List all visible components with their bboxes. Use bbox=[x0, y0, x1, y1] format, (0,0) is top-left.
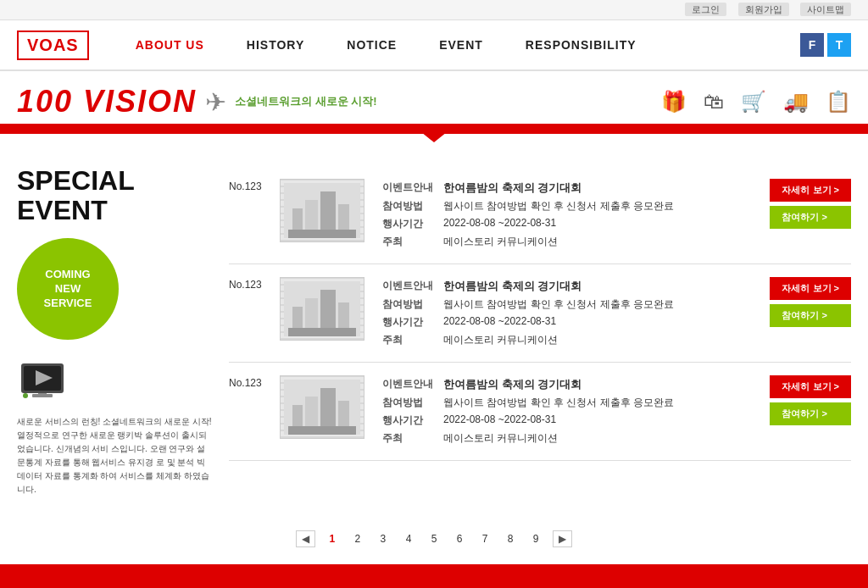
nav-about-us[interactable]: ABOUT US bbox=[114, 38, 225, 52]
login-link[interactable]: 로그인 bbox=[685, 3, 726, 16]
special-event-title: SPECIAL EVENT bbox=[17, 166, 212, 225]
banner-left: 100 VISION ✈ 소셜네트워크의 새로운 시작! bbox=[17, 84, 377, 119]
next-page[interactable]: ▶ bbox=[553, 530, 572, 547]
event-thumbnail bbox=[280, 375, 364, 439]
social-icons: F T bbox=[800, 33, 851, 57]
detail-button[interactable]: 자세히 보기 > bbox=[770, 375, 851, 398]
event-details: 이벤트안내 한여름밤의 축제의 경기대회 참여방법 웹사이트 참여방법 확인 후… bbox=[377, 277, 757, 349]
page-9[interactable]: 9 bbox=[527, 530, 545, 547]
red-bar bbox=[0, 124, 868, 134]
page-4[interactable]: 4 bbox=[400, 530, 418, 547]
svg-rect-11 bbox=[288, 230, 356, 238]
nav-event[interactable]: EVENT bbox=[418, 38, 504, 52]
prev-page[interactable]: ◀ bbox=[296, 530, 315, 547]
svg-rect-23 bbox=[288, 426, 356, 435]
event-number: No.123 bbox=[229, 179, 267, 192]
bottom-red-bar bbox=[0, 564, 868, 588]
event-list: No.123 이벤트안내 한여름밤 bbox=[229, 166, 851, 496]
svg-rect-4 bbox=[38, 393, 47, 395]
banner-area: 100 VISION ✈ 소셜네트워크의 새로운 시작! 🎁 🛍 🛒 🚚 📋 bbox=[0, 71, 868, 124]
left-description: 새로운 서비스의 런칭! 소셜네트워크의 새로운 시작! 열정적으로 연구한 새… bbox=[17, 415, 212, 496]
event-item: No.123 이벤트안내 한여름밤 bbox=[229, 264, 851, 363]
bag-icon: 🛍 bbox=[704, 90, 724, 114]
nav-responsibility[interactable]: RESPONSIBILITY bbox=[504, 38, 658, 52]
event-thumbnail bbox=[280, 179, 364, 242]
event-thumbnail bbox=[280, 277, 364, 341]
facebook-button[interactable]: F bbox=[800, 33, 824, 57]
banner-title: 100 VISION bbox=[17, 84, 197, 119]
page-8[interactable]: 8 bbox=[502, 530, 520, 547]
main-content: SPECIAL EVENT COMING NEW SERVICE 새로운 서비스… bbox=[0, 149, 868, 513]
detail-button[interactable]: 자세히 보기 > bbox=[770, 179, 851, 202]
gift-icon: 🎁 bbox=[661, 90, 687, 114]
tv-icon bbox=[17, 357, 212, 407]
event-details: 이벤트안내 한여름밤의 축제의 경기대회 참여방법 웹사이트 참여방법 확인 후… bbox=[377, 179, 757, 251]
event-actions: 자세히 보기 > 참여하기 > bbox=[770, 179, 851, 229]
page-5[interactable]: 5 bbox=[426, 530, 443, 547]
pagination: ◀ 1 2 3 4 5 6 7 8 9 ▶ bbox=[0, 513, 868, 564]
twitter-button[interactable]: T bbox=[827, 33, 851, 57]
event-actions: 자세히 보기 > 참여하기 > bbox=[770, 277, 851, 327]
event-actions: 자세히 보기 > 참여하기 > bbox=[770, 375, 851, 425]
detail-button[interactable]: 자세히 보기 > bbox=[770, 277, 851, 300]
logo[interactable]: VOAS bbox=[17, 31, 89, 60]
participate-button[interactable]: 참여하기 > bbox=[770, 206, 851, 229]
register-link[interactable]: 회원가입 bbox=[738, 3, 789, 16]
page-2[interactable]: 2 bbox=[349, 530, 367, 547]
event-details: 이벤트안내 한여름밤의 축제의 경기대회 참여방법 웹사이트 참여방법 확인 후… bbox=[377, 375, 757, 447]
cart-icon: 🛒 bbox=[741, 90, 766, 114]
page-3[interactable]: 3 bbox=[375, 530, 392, 547]
top-bar: 로그인 회원가입 사이트맵 bbox=[0, 0, 868, 20]
page-6[interactable]: 6 bbox=[451, 530, 469, 547]
event-item: No.123 이벤트안내 한여름밤 bbox=[229, 363, 851, 461]
banner-icons: 🎁 🛍 🛒 🚚 📋 bbox=[661, 90, 851, 114]
svg-rect-17 bbox=[288, 328, 356, 336]
svg-point-5 bbox=[23, 393, 28, 398]
document-icon: 📋 bbox=[826, 90, 851, 114]
truck-icon: 🚚 bbox=[783, 90, 809, 114]
page-1[interactable]: 1 bbox=[324, 530, 342, 547]
page-7[interactable]: 7 bbox=[476, 530, 494, 547]
coming-circle: COMING NEW SERVICE bbox=[17, 238, 119, 340]
event-item: No.123 이벤트안내 한여름밤 bbox=[229, 166, 851, 264]
banner-subtitle: 소셜네트워크의 새로운 시작! bbox=[235, 94, 377, 109]
nav-history[interactable]: HISTORY bbox=[225, 38, 326, 52]
event-number: No.123 bbox=[229, 375, 267, 389]
participate-button[interactable]: 참여하기 > bbox=[770, 304, 851, 327]
nav-notice[interactable]: NOTICE bbox=[326, 38, 418, 52]
plane-icon: ✈ bbox=[205, 87, 226, 117]
main-nav: ABOUT US HISTORY NOTICE EVENT RESPONSIBI… bbox=[114, 38, 800, 52]
event-number: No.123 bbox=[229, 277, 267, 291]
header: VOAS ABOUT US HISTORY NOTICE EVENT RESPO… bbox=[0, 20, 868, 71]
participate-button[interactable]: 참여하기 > bbox=[770, 402, 851, 425]
sitemap-link[interactable]: 사이트맵 bbox=[800, 3, 851, 16]
left-panel: SPECIAL EVENT COMING NEW SERVICE 새로운 서비스… bbox=[17, 166, 212, 496]
